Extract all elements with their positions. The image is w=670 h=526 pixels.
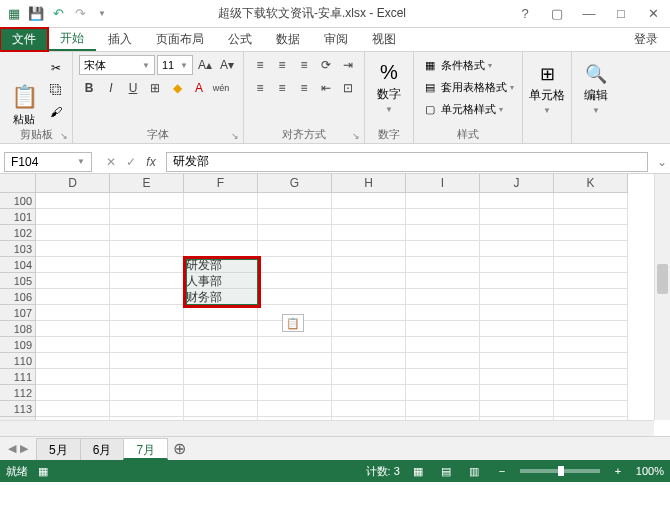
zoom-level[interactable]: 100%: [636, 465, 664, 477]
undo-icon[interactable]: ↶: [48, 4, 68, 24]
cell-F106[interactable]: 财务部: [184, 289, 258, 305]
tab-home[interactable]: 开始: [48, 28, 96, 51]
column-header-E[interactable]: E: [110, 174, 184, 193]
cell-J112[interactable]: [480, 385, 554, 401]
cell-F110[interactable]: [184, 353, 258, 369]
sheet-tab-may[interactable]: 5月: [36, 438, 81, 460]
tab-formulas[interactable]: 公式: [216, 28, 264, 51]
cell-J107[interactable]: [480, 305, 554, 321]
vertical-scrollbar[interactable]: [654, 174, 670, 420]
cell-H100[interactable]: [332, 193, 406, 209]
excel-app-icon[interactable]: ▦: [4, 4, 24, 24]
cell-F101[interactable]: [184, 209, 258, 225]
row-header-106[interactable]: 106: [0, 289, 36, 305]
cell-G101[interactable]: [258, 209, 332, 225]
cell-I110[interactable]: [406, 353, 480, 369]
cell-J105[interactable]: [480, 273, 554, 289]
accept-formula-icon[interactable]: ✓: [122, 153, 140, 171]
row-header-110[interactable]: 110: [0, 353, 36, 369]
view-normal-icon[interactable]: ▦: [408, 463, 428, 479]
sheet-tab-june[interactable]: 6月: [80, 438, 125, 460]
cell-F109[interactable]: [184, 337, 258, 353]
cell-D101[interactable]: [36, 209, 110, 225]
cell-K112[interactable]: [554, 385, 628, 401]
cell-G110[interactable]: [258, 353, 332, 369]
column-header-H[interactable]: H: [332, 174, 406, 193]
zoom-out-icon[interactable]: −: [492, 463, 512, 479]
help-icon[interactable]: ?: [512, 4, 538, 24]
cell-I109[interactable]: [406, 337, 480, 353]
cell-H111[interactable]: [332, 369, 406, 385]
cell-E101[interactable]: [110, 209, 184, 225]
underline-button[interactable]: U: [123, 78, 143, 98]
cell-G105[interactable]: [258, 273, 332, 289]
cell-I112[interactable]: [406, 385, 480, 401]
row-header-108[interactable]: 108: [0, 321, 36, 337]
cell-D106[interactable]: [36, 289, 110, 305]
cell-E100[interactable]: [110, 193, 184, 209]
cell-E105[interactable]: [110, 273, 184, 289]
cell-J102[interactable]: [480, 225, 554, 241]
cell-H106[interactable]: [332, 289, 406, 305]
cell-E106[interactable]: [110, 289, 184, 305]
cell-K113[interactable]: [554, 401, 628, 417]
view-layout-icon[interactable]: ▤: [436, 463, 456, 479]
tab-insert[interactable]: 插入: [96, 28, 144, 51]
cell-J110[interactable]: [480, 353, 554, 369]
font-size-select[interactable]: 11▼: [157, 55, 193, 75]
cell-F103[interactable]: [184, 241, 258, 257]
cell-K101[interactable]: [554, 209, 628, 225]
cell-I113[interactable]: [406, 401, 480, 417]
cell-K110[interactable]: [554, 353, 628, 369]
cell-I107[interactable]: [406, 305, 480, 321]
row-header-101[interactable]: 101: [0, 209, 36, 225]
cell-F113[interactable]: [184, 401, 258, 417]
cell-I100[interactable]: [406, 193, 480, 209]
cell-style-button[interactable]: ▢单元格样式▾: [420, 99, 516, 119]
row-header-100[interactable]: 100: [0, 193, 36, 209]
cell-G109[interactable]: [258, 337, 332, 353]
cell-K104[interactable]: [554, 257, 628, 273]
cell-E112[interactable]: [110, 385, 184, 401]
align-top-icon[interactable]: ≡: [250, 55, 270, 75]
cell-G104[interactable]: [258, 257, 332, 273]
cell-F102[interactable]: [184, 225, 258, 241]
cell-F107[interactable]: [184, 305, 258, 321]
cell-F112[interactable]: [184, 385, 258, 401]
cut-icon[interactable]: ✂: [46, 59, 66, 77]
cell-D108[interactable]: [36, 321, 110, 337]
cell-F105[interactable]: 人事部: [184, 273, 258, 289]
sheet-tab-july[interactable]: 7月: [123, 438, 168, 460]
formula-input[interactable]: 研发部: [166, 152, 648, 172]
cell-D113[interactable]: [36, 401, 110, 417]
row-header-107[interactable]: 107: [0, 305, 36, 321]
cell-D105[interactable]: [36, 273, 110, 289]
cell-J101[interactable]: [480, 209, 554, 225]
tab-layout[interactable]: 页面布局: [144, 28, 216, 51]
column-header-J[interactable]: J: [480, 174, 554, 193]
align-middle-icon[interactable]: ≡: [272, 55, 292, 75]
clipboard-launcher-icon[interactable]: ↘: [60, 131, 68, 141]
copy-icon[interactable]: ⿻: [46, 81, 66, 99]
sheet-nav-next-icon[interactable]: ▶: [20, 442, 28, 455]
cell-I108[interactable]: [406, 321, 480, 337]
cell-F100[interactable]: [184, 193, 258, 209]
cell-H110[interactable]: [332, 353, 406, 369]
cell-G113[interactable]: [258, 401, 332, 417]
cell-G100[interactable]: [258, 193, 332, 209]
cell-K111[interactable]: [554, 369, 628, 385]
cell-F108[interactable]: [184, 321, 258, 337]
cell-K102[interactable]: [554, 225, 628, 241]
cell-J108[interactable]: [480, 321, 554, 337]
close-icon[interactable]: ✕: [640, 4, 666, 24]
cell-H108[interactable]: [332, 321, 406, 337]
cell-I101[interactable]: [406, 209, 480, 225]
cell-E108[interactable]: [110, 321, 184, 337]
cell-K103[interactable]: [554, 241, 628, 257]
align-bottom-icon[interactable]: ≡: [294, 55, 314, 75]
orientation-icon[interactable]: ⟳: [316, 55, 336, 75]
tab-review[interactable]: 审阅: [312, 28, 360, 51]
cell-E104[interactable]: [110, 257, 184, 273]
tab-file[interactable]: 文件: [0, 28, 48, 51]
row-header-105[interactable]: 105: [0, 273, 36, 289]
